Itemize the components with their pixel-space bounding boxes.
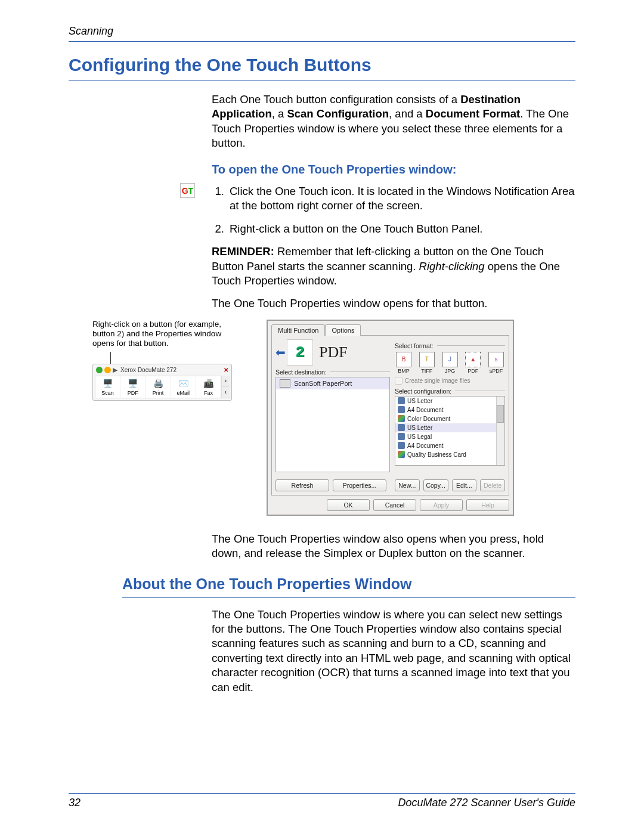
divider: [69, 80, 575, 80]
format-spdf[interactable]: ssPDF: [487, 352, 505, 374]
panel-btn-pdf[interactable]: 🖥️PDF: [120, 376, 145, 398]
onetouch-button-panel: ▶ Xerox DocuMate 272 ✕ 🖥️Scan 🖥️PDF 🖨️Pr…: [92, 364, 232, 401]
onetouch-icon: GT: [180, 183, 195, 198]
onetouch-properties-window: Multi Function Options ⬅ 2 PDF Select de…: [267, 320, 514, 516]
cancel-button[interactable]: Cancel: [373, 499, 416, 511]
after-reminder: The One Touch Properties window opens fo…: [212, 296, 575, 311]
divider: [69, 41, 575, 42]
apply-button: Apply: [420, 499, 463, 511]
format-jpg[interactable]: JJPG: [441, 352, 459, 374]
steps-list: Click the One Touch icon. It is located …: [212, 184, 575, 236]
panel-btn-fax[interactable]: 📠Fax: [196, 376, 221, 398]
create-single-checkbox: [395, 377, 402, 385]
heading-1: Configuring the One Touch Buttons: [69, 55, 575, 75]
edit-button[interactable]: Edit...: [452, 479, 477, 491]
button-number-icon: 2: [287, 339, 313, 366]
delete-button: Delete: [480, 479, 505, 491]
config-item[interactable]: US Letter🔒: [395, 423, 504, 432]
config-item[interactable]: US Legal🔒: [395, 432, 504, 441]
format-label: Select format:: [395, 342, 434, 349]
after-figure-para: The One Touch Properties window also ope…: [212, 532, 575, 561]
close-icon[interactable]: ✕: [224, 367, 228, 373]
config-item[interactable]: US Letter🔒: [395, 397, 504, 405]
figure-area: Right-click on a button (for example, bu…: [69, 320, 575, 522]
dest-label: Select destination:: [275, 368, 327, 376]
panel-btn-print[interactable]: 🖨️Print: [145, 376, 171, 398]
panel-scroll-left[interactable]: ‹: [222, 387, 230, 398]
tab-options[interactable]: Options: [325, 324, 361, 336]
help-button[interactable]: Help: [466, 499, 509, 511]
arrow-left-icon[interactable]: ⬅: [275, 345, 286, 360]
config-label: Select configuration:: [395, 388, 451, 395]
destination-list[interactable]: ScanSoft PaperPort: [275, 377, 390, 472]
footer-title: DocuMate 272 Scanner User's Guide: [398, 797, 575, 809]
app-icon: [280, 379, 290, 388]
page-footer: 32 DocuMate 272 Scanner User's Guide: [69, 797, 575, 809]
page-number: 32: [69, 797, 80, 809]
refresh-button[interactable]: Refresh: [275, 479, 329, 491]
intro-paragraph: Each One Touch button configuration cons…: [212, 92, 575, 151]
config-item[interactable]: A4 Document🔒: [395, 441, 504, 450]
copy-button[interactable]: Copy...: [423, 479, 448, 491]
properties-button[interactable]: Properties...: [333, 479, 386, 491]
reminder-para: REMINDER: Remember that left-clicking a …: [212, 244, 575, 288]
format-bmp[interactable]: BBMP: [395, 352, 413, 374]
section-header: Scanning: [69, 25, 575, 38]
step-1: Click the One Touch icon. It is located …: [227, 184, 575, 213]
scrollbar[interactable]: [496, 397, 504, 465]
heading-2-about: About the One Touch Properties Window: [122, 575, 575, 593]
panel-title: Xerox DocuMate 272: [120, 367, 222, 373]
format-tiff[interactable]: TTIFF: [418, 352, 436, 374]
panel-btn-scan[interactable]: 🖥️Scan: [95, 376, 120, 398]
ok-button[interactable]: OK: [327, 499, 370, 511]
heading-3-open: To open the One Touch Properties window:: [212, 162, 575, 177]
config-list[interactable]: US Letter🔒 A4 Document🔒 Color Document🔒 …: [395, 396, 505, 466]
panel-scroll-right[interactable]: ›: [222, 376, 230, 387]
new-button[interactable]: New...: [395, 479, 420, 491]
divider: [122, 597, 575, 598]
config-item[interactable]: A4 Document🔒: [395, 405, 504, 414]
format-pdf[interactable]: ▲PDF: [464, 352, 482, 374]
step-2: Right-click a button on the One Touch Bu…: [227, 222, 575, 236]
button-label: PDF: [319, 343, 348, 361]
figure-callout: Right-click on a button (for example, bu…: [92, 320, 230, 349]
config-item[interactable]: Quality Business Card🔒: [395, 450, 504, 459]
destination-item[interactable]: ScanSoft PaperPort: [276, 377, 389, 389]
tab-multifunction[interactable]: Multi Function: [271, 324, 325, 336]
panel-add2-icon[interactable]: [104, 367, 111, 373]
config-item[interactable]: Color Document🔒: [395, 414, 504, 423]
panel-btn-email[interactable]: ✉️eMail: [171, 376, 196, 398]
about-paragraph: The One Touch Properties window is where…: [212, 608, 575, 695]
chevron-icon[interactable]: ▶: [113, 366, 117, 374]
panel-add-icon[interactable]: [96, 367, 103, 373]
